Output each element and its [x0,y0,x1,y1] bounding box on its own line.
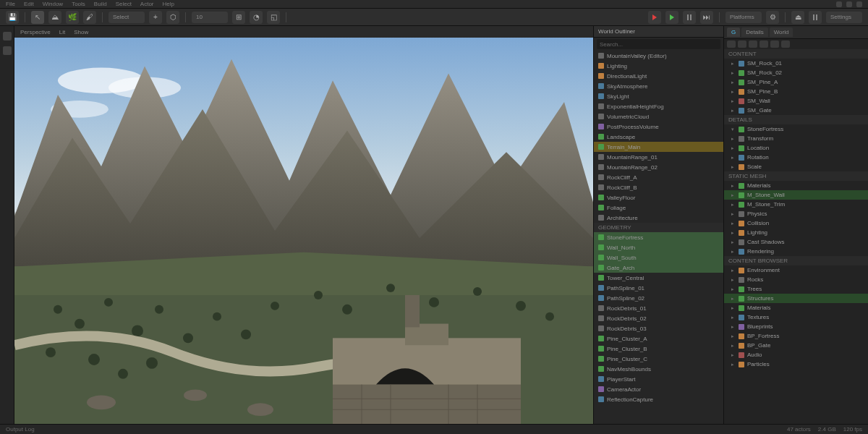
twisty-icon[interactable]: ▸ [731,61,736,67]
place-actors-icon[interactable] [3,32,12,41]
asset-item[interactable]: ▸Cast Shadows [724,237,868,247]
twisty-icon[interactable]: ▸ [731,324,736,330]
panel-tool-button[interactable] [770,41,779,48]
blueprint-button[interactable]: ⬡ [166,11,179,24]
twisty-icon[interactable]: ▸ [731,211,736,217]
twisty-icon[interactable]: ▸ [731,183,736,189]
eject-button[interactable]: ⏏ [791,11,804,24]
asset-item[interactable]: ▸M_Stone_Wall [724,190,868,200]
twisty-icon[interactable]: ▸ [731,249,736,255]
step-button[interactable]: ⏭ [700,11,713,24]
asset-item[interactable]: ▸M_Stone_Trim [724,200,868,209]
mesh-paint-button[interactable]: 🖌 [83,11,96,24]
panel-tool-button[interactable] [727,41,736,48]
twisty-icon[interactable]: ▸ [731,80,736,85]
twisty-icon[interactable]: ▸ [731,70,736,76]
play-button[interactable] [665,11,678,24]
outliner-item[interactable]: NavMeshBounds [594,364,723,374]
menu-tools[interactable]: Tools [72,1,85,7]
outliner-item[interactable]: ReflectionCapture [594,394,723,404]
outliner-item[interactable]: PathSpline_02 [594,293,723,303]
twisty-icon[interactable]: ▸ [731,305,736,311]
asset-item[interactable]: ▸SM_Rock_02 [724,68,868,77]
outliner-item[interactable]: CameraActor [594,384,723,394]
twisty-icon[interactable]: ▸ [731,315,736,320]
asset-item[interactable]: ▸Collision [724,218,868,228]
folder-item[interactable]: ▸Audio [724,350,868,359]
folder-item[interactable]: ▸Textures [724,312,868,322]
panel-tool-button[interactable] [781,41,790,48]
twisty-icon[interactable]: ▸ [731,192,736,198]
outliner-item[interactable]: MountainRange_01 [594,152,723,162]
twisty-icon[interactable]: ▸ [731,268,736,273]
menu-build[interactable]: Build [94,1,107,7]
menu-file[interactable]: File [6,1,15,7]
outliner-item[interactable]: RockCliff_B [594,182,723,192]
add-button[interactable]: + [149,11,162,24]
window-min-icon[interactable] [836,1,842,7]
viewport-3d[interactable] [14,38,593,424]
outliner-item[interactable]: Lighting [594,61,723,71]
tab-g[interactable]: G [727,27,740,37]
outliner-item[interactable]: RockDebris_01 [594,303,723,313]
outliner-item[interactable]: DirectionalLight [594,71,723,81]
outliner-item[interactable]: MountainRange_02 [594,162,723,172]
platforms-dropdown[interactable]: Platforms [726,12,762,23]
scale-snap-button[interactable]: ◱ [267,11,280,24]
menu-help[interactable]: Help [163,1,174,7]
folder-item[interactable]: ▸BP_Gate [724,341,868,350]
panel-tool-button[interactable] [749,41,757,48]
outliner-item[interactable]: SkyAtmosphere [594,81,723,91]
angle-snap-button[interactable]: ◔ [250,11,263,24]
twisty-icon[interactable]: ▸ [731,89,736,95]
outliner-item[interactable]: Pine_Cluster_A [594,333,723,344]
select-mode-button[interactable]: ↖ [31,11,44,24]
outliner-item[interactable]: ValleyFloor [594,192,723,203]
outliner-item[interactable]: StoneFortress [594,232,723,242]
twisty-icon[interactable]: ▸ [731,343,736,349]
outliner-item[interactable]: Gate_Arch [594,263,723,273]
twisty-icon[interactable]: ▸ [731,202,736,208]
outliner-item[interactable]: Landscape [594,132,723,142]
outliner-item[interactable]: Foliage [594,203,723,213]
viewport-tab-perspective[interactable]: Perspective [20,29,51,35]
twisty-icon[interactable]: ▸ [731,239,736,245]
outliner-item[interactable]: Tower_Central [594,273,723,283]
save-button[interactable]: 💾 [6,11,19,24]
folder-item[interactable]: ▸Blueprints [724,322,868,331]
asset-item[interactable]: ▸SM_Rock_01 [724,59,868,68]
asset-item[interactable]: ▸SM_Gate [724,106,868,115]
menu-window[interactable]: Window [43,1,63,7]
settings-dropdown[interactable]: Settings [826,12,862,23]
twisty-icon[interactable]: ▸ [731,277,736,283]
tab-details[interactable]: Details [741,27,767,37]
outliner-item[interactable]: PostProcessVolume [594,122,723,132]
asset-item[interactable]: ▸Rendering [724,247,868,256]
asset-item[interactable]: ▸Physics [724,209,868,218]
outliner-item[interactable]: VolumetricCloud [594,111,723,122]
folder-item[interactable]: ▸Materials [724,303,868,312]
twisty-icon[interactable]: ▸ [731,362,736,367]
property-row[interactable]: ▸Scale [724,162,868,171]
viewport-show-dropdown[interactable]: Show [74,29,88,35]
outliner-item[interactable]: Architecture [594,213,723,223]
property-row[interactable]: ▸Location [724,143,868,153]
tab-world[interactable]: World [770,27,793,37]
twisty-icon[interactable]: ▸ [731,296,736,302]
asset-item[interactable]: ▸SM_Pine_A [724,77,868,87]
folder-item[interactable]: ▸Structures [724,294,868,303]
outliner-item[interactable]: RockCliff_A [594,172,723,182]
window-max-icon[interactable] [846,1,852,7]
outliner-item[interactable]: PlayerStart [594,374,723,384]
asset-item[interactable]: ▸Lighting [724,228,868,237]
twisty-icon[interactable]: ▸ [731,164,736,170]
folder-item[interactable]: ▸BP_Fortress [724,331,868,341]
twisty-icon[interactable]: ▸ [731,155,736,161]
outliner-item[interactable]: ExponentialHeightFog [594,101,723,111]
outliner-item[interactable]: Pine_Cluster_B [594,344,723,354]
outliner-item[interactable]: SkyLight [594,91,723,101]
twisty-icon[interactable]: ▸ [731,136,736,142]
menu-edit[interactable]: Edit [24,1,34,7]
outliner-item[interactable]: PathSpline_01 [594,283,723,293]
simulate-button[interactable] [809,11,822,24]
